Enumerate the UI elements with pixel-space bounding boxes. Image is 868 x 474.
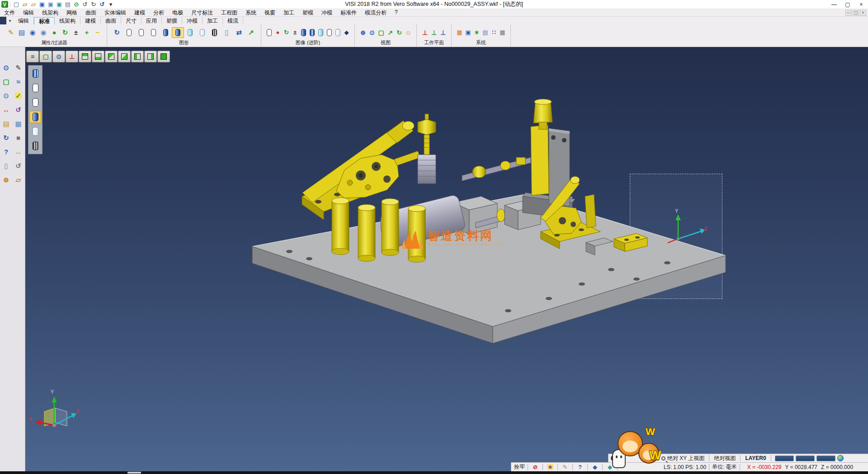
view-list-icon[interactable]: ≡ bbox=[26, 51, 39, 62]
mdi-close-button[interactable]: × bbox=[860, 10, 866, 16]
window-panel-icon[interactable]: ▦ bbox=[13, 117, 24, 131]
layer-color-swatch[interactable] bbox=[775, 455, 794, 461]
adv-wireframe-icon[interactable] bbox=[265, 27, 274, 38]
workplane-entity-icon[interactable]: ⊥ bbox=[439, 27, 448, 38]
absolute-view-field[interactable]: 绝对视图 bbox=[714, 455, 736, 462]
tab-dropdown-icon[interactable]: ▼ bbox=[6, 18, 14, 24]
rotate-view-icon[interactable]: ↻ bbox=[395, 27, 404, 38]
menu-item-window[interactable]: 视窗 bbox=[260, 9, 279, 17]
workplane-align-icon[interactable]: ⊥ bbox=[429, 27, 439, 38]
menu-item-standard-parts[interactable]: 标准件 bbox=[336, 9, 361, 17]
tab-surface[interactable]: 曲面 bbox=[101, 17, 121, 24]
move-axes-icon[interactable]: ↔ bbox=[0, 103, 12, 117]
preview-zoom-icon[interactable]: ⊙ bbox=[0, 61, 12, 75]
assistant-badge[interactable]: A bbox=[611, 455, 617, 461]
menu-item-electrode[interactable]: 电极 bbox=[168, 9, 187, 17]
strip-striped-cylinder-icon[interactable] bbox=[29, 67, 41, 80]
mesh-mode-icon[interactable] bbox=[208, 27, 221, 38]
pan-view-icon[interactable]: ↗ bbox=[386, 27, 395, 38]
close-button[interactable]: × bbox=[854, 0, 868, 9]
snap-disabled-icon[interactable]: ⊘ bbox=[531, 464, 540, 470]
adv-traffic-icon[interactable]: ● bbox=[274, 27, 282, 38]
flat-mode-icon[interactable] bbox=[196, 27, 208, 38]
wireframe-mode-icon[interactable] bbox=[123, 27, 135, 38]
keyboard-map-icon[interactable]: ▦ bbox=[498, 27, 507, 38]
tab-machining[interactable]: 加工 bbox=[203, 17, 223, 24]
tab-die[interactable]: 冲模 bbox=[182, 17, 203, 24]
refresh-visibility-icon[interactable]: ↻ bbox=[60, 27, 71, 38]
mdi-minimize-button[interactable]: — bbox=[845, 10, 852, 16]
units-field[interactable]: 单位: 毫米 bbox=[712, 463, 737, 471]
search-icon[interactable] bbox=[661, 456, 665, 460]
display-settings-icon[interactable]: ▣ bbox=[464, 27, 472, 38]
compress-icon[interactable]: ↺ bbox=[98, 0, 106, 8]
adv-striped-icon[interactable] bbox=[308, 27, 316, 38]
menu-item-mesh[interactable]: 网格 bbox=[62, 9, 81, 17]
print-icon[interactable]: ▤ bbox=[64, 0, 72, 8]
globe-icon[interactable] bbox=[837, 455, 844, 461]
strip-flat-cylinder-icon[interactable] bbox=[29, 125, 41, 137]
regenerate-graphics-icon[interactable]: ⇄ bbox=[233, 27, 245, 38]
new-document-icon[interactable]: ▢ bbox=[12, 0, 20, 8]
save-icon[interactable]: ▣ bbox=[38, 0, 46, 8]
attribute-image-icon[interactable]: ▤ bbox=[16, 27, 27, 38]
menu-item-solid-edit[interactable]: 实体编辑 bbox=[100, 9, 130, 17]
hidden-line-mode-icon[interactable] bbox=[135, 27, 147, 38]
save-package-icon[interactable]: ▣ bbox=[55, 0, 63, 8]
zoom-in-icon[interactable]: ⊕ bbox=[359, 27, 368, 38]
layer-color-swatch[interactable] bbox=[796, 455, 815, 461]
view-front-icon[interactable] bbox=[105, 51, 118, 62]
menu-item-wireframe[interactable]: 线架构 bbox=[38, 9, 62, 17]
workplane-indicator-icon[interactable]: ◆ bbox=[605, 464, 614, 470]
view-iso-icon[interactable] bbox=[157, 51, 170, 62]
undo-step-icon[interactable]: ↺ bbox=[13, 159, 24, 173]
toolbar-options-icon[interactable]: ▾ bbox=[107, 0, 115, 8]
measure-icon[interactable]: ↔ bbox=[13, 145, 24, 159]
show-all-icon[interactable]: + bbox=[81, 27, 92, 38]
adv-invert-icon[interactable]: ± bbox=[291, 27, 299, 38]
render-view-icon[interactable]: ☺ bbox=[404, 27, 413, 38]
menu-item-moldflow[interactable]: 模流分析 bbox=[361, 9, 391, 17]
render-palette-icon[interactable]: ▤ bbox=[0, 117, 12, 131]
menu-item-modeling[interactable]: 建模 bbox=[130, 9, 149, 17]
mdi-restore-button[interactable]: ▢ bbox=[853, 10, 859, 16]
menu-item-mould[interactable]: 塑模 bbox=[298, 9, 317, 17]
open-part-icon[interactable]: ▱ bbox=[13, 173, 24, 187]
magic-select-icon[interactable]: ★ bbox=[546, 464, 555, 470]
shading-refresh-icon[interactable]: ↻ bbox=[111, 27, 123, 38]
modify-attributes-icon[interactable]: ✎ bbox=[5, 27, 16, 38]
menu-item-drawing[interactable]: 工程图 bbox=[217, 9, 241, 17]
strip-mesh-cylinder-icon[interactable] bbox=[29, 140, 41, 152]
menu-item-dimension[interactable]: 尺寸标注 bbox=[187, 9, 217, 17]
workplane-create-icon[interactable]: ⊥ bbox=[420, 27, 429, 38]
zoom-solid-icon[interactable]: ⊙ bbox=[0, 89, 12, 103]
maximize-button[interactable]: ▢ bbox=[841, 0, 854, 9]
zoom-extents-icon[interactable]: ▢ bbox=[377, 27, 386, 38]
dashed-hidden-mode-icon[interactable] bbox=[147, 27, 160, 38]
view-top-icon[interactable] bbox=[79, 51, 91, 62]
spline-edit-icon[interactable]: ↺ bbox=[13, 103, 24, 117]
print-preview-icon[interactable]: ⊙ bbox=[72, 0, 80, 8]
menu-item-surface[interactable]: 曲面 bbox=[81, 9, 100, 17]
hide-all-icon[interactable]: − bbox=[92, 27, 103, 38]
fit-view-icon[interactable]: ▢ bbox=[39, 51, 52, 62]
minimize-button[interactable]: — bbox=[827, 0, 841, 9]
open-copy-icon[interactable]: ▱ bbox=[29, 0, 38, 8]
snap-settings-icon[interactable]: ∷ bbox=[490, 27, 498, 38]
strip-wireframe-cylinder-icon[interactable] bbox=[29, 82, 41, 94]
filter-traffic-light-icon[interactable]: ● bbox=[49, 27, 60, 38]
fit-frame-icon[interactable]: ▢ bbox=[0, 75, 12, 89]
menu-item-file[interactable]: 文件 bbox=[0, 9, 19, 17]
hide-selected-icon[interactable]: ◉ bbox=[38, 27, 49, 38]
menu-item-system[interactable]: 系统 bbox=[241, 9, 260, 17]
shaded-edges-mode-icon[interactable] bbox=[172, 27, 184, 38]
tab-dimension[interactable]: 尺寸 bbox=[121, 17, 142, 24]
graphics-export-icon[interactable]: ↗ bbox=[245, 27, 257, 38]
color-palette-icon[interactable]: ▦ bbox=[455, 27, 464, 38]
layer-color-swatch[interactable] bbox=[816, 455, 835, 461]
layer-field[interactable]: LAYER0 bbox=[745, 455, 766, 461]
curve-edit-icon[interactable]: ≈ bbox=[13, 75, 24, 89]
save-as-icon[interactable]: ▣ bbox=[47, 0, 55, 8]
adv-refresh-icon[interactable]: ↻ bbox=[282, 27, 291, 38]
viewport-3d[interactable]: ≡▢⊙⊥ 智造资料网 INTELLIGENT MANUFACTURING DAT… bbox=[25, 47, 868, 471]
